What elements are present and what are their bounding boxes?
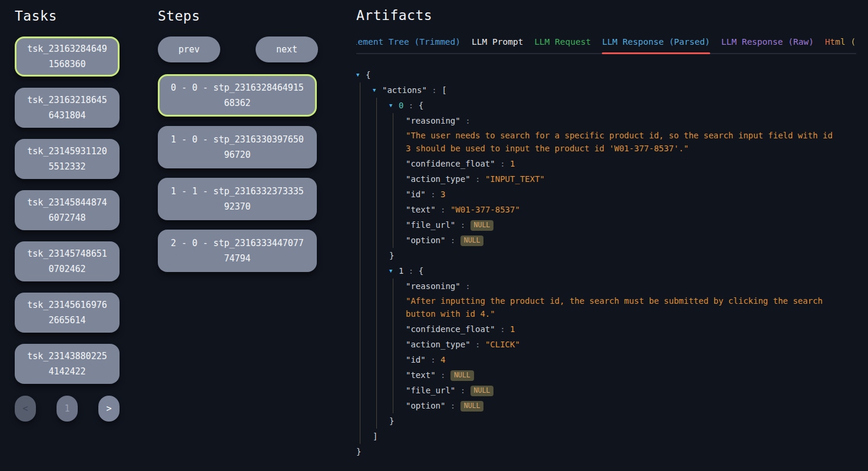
step-nav: prev next: [158, 37, 318, 62]
json-tree-viewer: ▼{▼"actions" : [▼0 : {"reasoning" : "The…: [356, 67, 856, 459]
json-tree-line: "id" : 4: [406, 352, 836, 367]
json-tree-line: "file_url" : NULL: [406, 383, 836, 398]
json-tree-line: "action_type" : "INPUT_TEXT": [406, 171, 836, 187]
json-number: 1: [510, 159, 515, 168]
json-tree-line: ▼0 : {: [389, 98, 836, 113]
task-button[interactable]: tsk_231456169762665614: [15, 293, 120, 333]
json-colon: :: [436, 370, 450, 380]
json-bracket: {: [366, 70, 370, 79]
artifacts-title: Artifacts: [356, 8, 856, 23]
json-string-block: "After inputting the product id, the sea…: [406, 294, 836, 321]
json-bracket: [: [442, 85, 446, 95]
artifact-tab[interactable]: LLM Prompt: [472, 37, 523, 47]
pagination-prev-button[interactable]: <: [15, 396, 36, 422]
json-string-block: "The user needs to search for a specific…: [406, 128, 836, 156]
json-tree-line: ]: [373, 429, 836, 444]
json-key: "text": [406, 370, 436, 380]
json-tree-line: }: [389, 248, 836, 263]
json-key: "id": [406, 190, 426, 199]
json-tree-line: "confidence_float" : 1: [406, 321, 836, 337]
json-bracket: }: [389, 416, 394, 426]
artifact-tab[interactable]: Html (Raw): [825, 37, 856, 47]
steps-prev-button[interactable]: prev: [158, 37, 220, 62]
artifacts-tabbar: Element Tree (Trimmed)LLM PromptLLM Requ…: [356, 37, 856, 54]
json-string: "CLICK": [485, 340, 520, 349]
json-key: "action_type": [406, 340, 471, 349]
null-badge: NULL: [460, 401, 484, 412]
json-tree-line: "option" : NULL: [406, 398, 836, 413]
json-colon: :: [445, 401, 460, 410]
tasks-title: Tasks: [15, 8, 120, 24]
json-key: "reasoning": [406, 281, 460, 291]
json-number: 1: [510, 324, 515, 334]
artifact-tab[interactable]: LLM Response (Raw): [721, 37, 814, 47]
json-tree-line: "text" : NULL: [406, 367, 836, 383]
json-colon: :: [460, 116, 471, 125]
step-button[interactable]: 2 - 0 - stp_231633344707774794: [158, 230, 317, 272]
json-colon: :: [403, 101, 418, 110]
json-key: "actions": [382, 85, 427, 95]
json-tree-line: "action_type" : "CLICK": [406, 337, 836, 352]
pagination-next-button[interactable]: >: [98, 396, 120, 422]
steps-title: Steps: [158, 8, 318, 24]
tasks-panel: Tasks tsk_231632846491568360tsk_23163218…: [15, 8, 120, 422]
json-colon: :: [436, 205, 450, 214]
null-badge: NULL: [460, 236, 484, 246]
json-bracket: }: [389, 251, 394, 260]
json-colon: :: [471, 174, 485, 184]
json-tree-line: "reasoning" :: [406, 278, 836, 294]
task-button[interactable]: tsk_231459311205512332: [15, 139, 120, 179]
json-bracket: {: [419, 266, 423, 276]
json-key: "reasoning": [406, 116, 460, 125]
task-button[interactable]: tsk_231632186456431804: [15, 88, 120, 128]
json-tree-line: ▼"actions" : [: [373, 82, 836, 98]
json-key: "file_url": [406, 220, 455, 230]
task-list: tsk_231632846491568360tsk_23163218645643…: [15, 37, 120, 384]
json-colon: :: [495, 324, 510, 334]
step-button[interactable]: 0 - 0 - stp_231632846491568362: [158, 74, 317, 117]
json-colon: :: [471, 340, 485, 349]
step-button[interactable]: 1 - 0 - stp_231633039765096720: [158, 126, 317, 168]
null-badge: NULL: [450, 370, 474, 381]
json-colon: :: [426, 355, 440, 364]
json-number: 4: [440, 355, 445, 364]
collapse-arrow[interactable]: ▼: [389, 264, 399, 277]
steps-next-button[interactable]: next: [256, 37, 318, 62]
artifacts-panel: Artifacts Element Tree (Trimmed)LLM Prom…: [356, 8, 856, 471]
json-key: "confidence_float": [406, 159, 495, 168]
json-bracket: }: [356, 447, 361, 456]
pagination-page-button[interactable]: 1: [57, 396, 78, 422]
json-tree-line: }: [356, 444, 836, 459]
artifact-tab[interactable]: LLM Request: [534, 37, 591, 47]
task-button[interactable]: tsk_231438802254142422: [15, 344, 120, 384]
json-tree-line: "reasoning" :: [406, 113, 836, 128]
json-key: "action_type": [406, 174, 471, 184]
task-button[interactable]: tsk_231458448746072748: [15, 190, 120, 230]
json-bracket: {: [419, 101, 423, 110]
collapse-arrow[interactable]: ▼: [356, 68, 366, 81]
collapse-arrow[interactable]: ▼: [389, 99, 399, 112]
artifact-tab[interactable]: Element Tree (Trimmed): [356, 37, 460, 47]
task-button[interactable]: tsk_231632846491568360: [15, 37, 120, 77]
json-tree-line: }: [389, 413, 836, 429]
json-key: "option": [406, 401, 445, 410]
json-colon: :: [455, 386, 470, 395]
json-tree-children: ▼0 : {"reasoning" : "The user needs to s…: [376, 98, 836, 429]
artifact-tab[interactable]: LLM Response (Parsed): [602, 37, 710, 47]
json-tree-line: "file_url" : NULL: [406, 217, 836, 233]
json-string: "INPUT_TEXT": [485, 174, 545, 184]
task-button[interactable]: tsk_231457486510702462: [15, 241, 120, 281]
json-key: "id": [406, 355, 426, 364]
json-tree-children: ▼"actions" : [▼0 : {"reasoning" : "The u…: [360, 82, 836, 444]
json-string: "W01-377-8537": [450, 205, 520, 214]
json-colon: :: [455, 220, 470, 230]
json-colon: :: [403, 266, 418, 276]
json-key: "file_url": [406, 386, 455, 395]
step-button[interactable]: 1 - 1 - stp_231633237333592370: [158, 178, 317, 220]
json-tree-children: "reasoning" : "The user needs to search …: [393, 113, 836, 248]
null-badge: NULL: [471, 220, 494, 231]
json-tree-line: ▼{: [356, 67, 836, 82]
collapse-arrow[interactable]: ▼: [373, 84, 382, 97]
json-key: "option": [406, 236, 445, 245]
json-colon: :: [445, 236, 460, 245]
